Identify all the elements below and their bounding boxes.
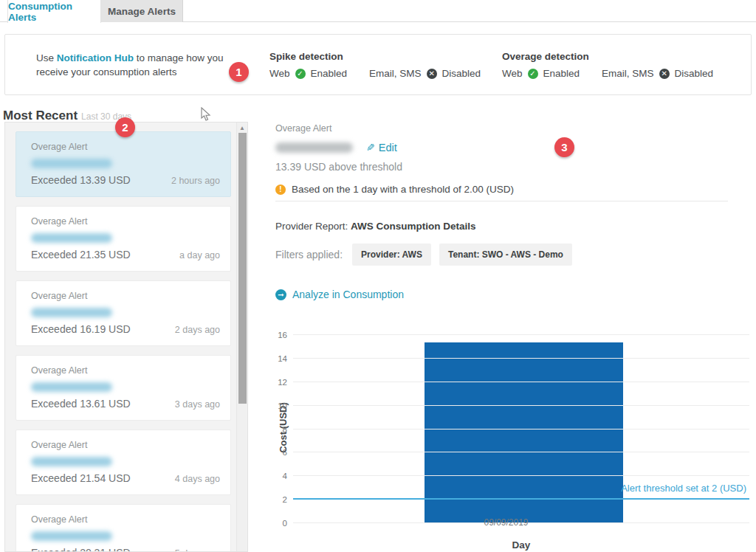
gridline (293, 429, 749, 429)
provider-report-value: AWS Consumption Details (351, 221, 476, 232)
chart-y-tick-label: 10 (278, 401, 287, 410)
notification-settings-bar: Use Notification Hub to manage how you r… (4, 34, 752, 95)
alert-card[interactable]: Overage Alert Exceeded 20.31 USD 5 days … (16, 504, 231, 552)
chart-plot: Alert threshold set at 2 (USD) (293, 335, 749, 523)
alert-time: 2 hours ago (171, 176, 220, 186)
gridline (293, 475, 749, 476)
annotation-badge-3: 3 (554, 137, 574, 157)
chart-yticks: 0246810121416 (275, 335, 289, 523)
alert-exceeded-text: Exceeded 13.61 USD (31, 398, 131, 410)
arrow-right-circle-icon: ➞ (275, 289, 286, 300)
cost-bar-chart: Cost (USD) 0246810121416 Alert threshold… (275, 325, 752, 552)
alert-card[interactable]: Overage Alert Exceeded 13.39 USD 2 hours… (16, 131, 231, 197)
alert-time: 2 days ago (175, 325, 220, 335)
threshold-basis-text: Based on the 1 day with a threshold of 2… (292, 184, 514, 195)
alert-card[interactable]: Overage Alert Exceeded 13.61 USD 3 days … (16, 355, 231, 421)
alert-time: 4 days ago (175, 474, 220, 484)
redacted-product-name (31, 233, 112, 243)
spike-detection-column: Spike detection Web ✓ Enabled Email, SMS… (269, 51, 481, 79)
consumption-alerts-page: Consumption Alerts Manage Alerts Use Not… (0, 0, 756, 552)
alert-exceeded-text: Exceeded 21.54 USD (31, 472, 131, 484)
filter-chip-tenant: Tenant: SWO - AWS - Demo (439, 244, 572, 266)
threshold-label: Alert threshold set at 2 (USD) (621, 483, 746, 494)
alert-card[interactable]: Overage Alert Exceeded 16.19 USD 2 days … (16, 280, 231, 346)
scrollbar-thumb[interactable] (238, 133, 247, 404)
x-circle-icon: ✕ (427, 69, 437, 79)
mouse-cursor-icon (201, 107, 211, 122)
overage-email-status: Disabled (675, 68, 714, 79)
chart-y-tick-label: 6 (283, 448, 287, 457)
filters-applied-row: Filters applied: Provider: AWS Tenant: S… (275, 244, 572, 266)
gridline (293, 452, 749, 452)
overage-detection-title: Overage detection (502, 51, 713, 62)
scrollbar-up-arrow-icon[interactable]: ▲ (239, 125, 245, 131)
alert-exceeded-text: Exceeded 21.35 USD (31, 249, 131, 261)
annotation-badge-2: 2 (115, 117, 135, 137)
chart-y-tick-label: 12 (278, 378, 287, 387)
redacted-product-name (31, 457, 112, 466)
most-recent-title: Most Recent (3, 108, 78, 123)
spike-web-status: Enabled (311, 68, 348, 79)
spike-detection-title: Spike detection (269, 51, 481, 62)
tab-bar: Consumption Alerts Manage Alerts (0, 0, 756, 22)
alert-exceeded-text: Exceeded 13.39 USD (31, 174, 131, 186)
tab-manage-alerts[interactable]: Manage Alerts (101, 0, 183, 22)
edit-alert-link[interactable]: ✎ Edit (366, 142, 397, 153)
overage-web-label: Web (502, 68, 523, 79)
above-threshold-text: 13.39 USD above threshold (275, 161, 402, 173)
alert-type-label: Overage Alert (31, 142, 87, 152)
check-circle-icon: ✓ (528, 69, 538, 79)
alert-list: Overage Alert Exceeded 13.39 USD 2 hours… (5, 131, 247, 552)
pencil-icon: ✎ (366, 142, 375, 153)
redacted-product-name (31, 531, 112, 541)
alert-exceeded-text: Exceeded 16.19 USD (31, 323, 131, 335)
alert-time: a day ago (179, 250, 220, 261)
alert-type-label: Overage Alert (31, 291, 87, 301)
provider-report-row: Provider Report: AWS Consumption Details (275, 221, 476, 232)
most-recent-header: Most RecentLast 30 days (3, 108, 131, 123)
gridline (293, 358, 749, 359)
analyze-in-consumption-link[interactable]: ➞ Analyze in Consumption (275, 289, 404, 300)
gridline (293, 382, 749, 382)
x-circle-icon: ✕ (659, 69, 670, 79)
gridline (293, 405, 749, 406)
tab-consumption-alerts[interactable]: Consumption Alerts (7, 0, 101, 23)
spike-email-status: Disabled (442, 68, 481, 79)
alert-time: 5 days ago (175, 548, 220, 552)
threshold-basis-row: ! Based on the 1 day with a threshold of… (275, 184, 514, 195)
alert-list-panel: Overage Alert Exceeded 13.39 USD 2 hours… (4, 122, 248, 552)
chart-x-tick-label: 09/09/2019 (407, 517, 605, 528)
alert-type-label: Overage Alert (31, 514, 87, 525)
spike-web-label: Web (269, 68, 290, 79)
redacted-product-name (31, 308, 112, 317)
chart-y-tick-label: 2 (283, 495, 287, 504)
alert-time: 3 days ago (175, 399, 220, 410)
edit-label: Edit (379, 142, 397, 153)
gridline (293, 334, 749, 335)
alert-card[interactable]: Overage Alert Exceeded 21.54 USD 4 days … (16, 429, 231, 495)
tab-label: Consumption Alerts (8, 1, 100, 23)
redacted-product-name (31, 159, 112, 168)
detail-type-label: Overage Alert (275, 123, 331, 134)
chart-y-tick-label: 14 (278, 354, 287, 363)
chart-bar (425, 342, 623, 523)
message-prefix: Use (36, 52, 57, 63)
redacted-product-name (275, 142, 353, 153)
overage-web-status: Enabled (543, 68, 580, 79)
chart-y-tick-label: 4 (283, 472, 287, 480)
threshold-line (293, 498, 749, 500)
tab-label: Manage Alerts (108, 6, 176, 17)
alert-type-label: Overage Alert (31, 365, 87, 376)
divider (275, 201, 728, 201)
alert-card[interactable]: Overage Alert Exceeded 21.35 USD a day a… (16, 206, 231, 272)
overage-email-label: Email, SMS (602, 68, 654, 79)
filter-chip-provider: Provider: AWS (352, 244, 431, 266)
notification-hub-link[interactable]: Notification Hub (57, 52, 134, 63)
check-circle-icon: ✓ (295, 69, 306, 79)
overage-detection-column: Overage detection Web ✓ Enabled Email, S… (502, 51, 713, 79)
annotation-badge-1: 1 (229, 62, 249, 82)
alert-detail-panel: Overage Alert ✎ Edit 13.39 USD above thr… (275, 122, 752, 552)
chart-y-tick-label: 0 (283, 519, 287, 528)
chart-x-axis-label: Day (293, 539, 749, 551)
list-scrollbar[interactable]: ▲ (236, 123, 247, 552)
